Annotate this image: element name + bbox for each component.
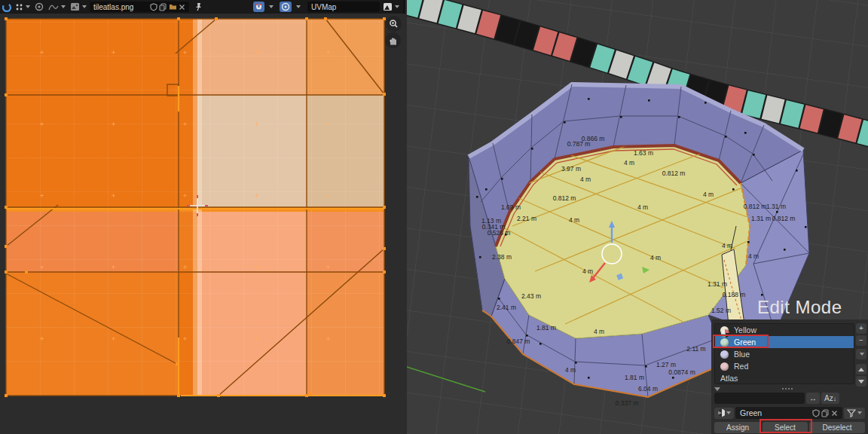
material-slot-label: Blue — [734, 350, 750, 359]
image-name-field[interactable]: tileatlas.png — [90, 2, 189, 12]
uvmap-browse-button[interactable] — [381, 2, 401, 12]
assign-select-row: Assign Select Deselect — [714, 422, 865, 433]
uv-selected-edges — [6, 86, 384, 396]
material-slot-label: Atlas — [720, 374, 738, 383]
snap-options-dropdown[interactable] — [266, 2, 275, 12]
resize-grip[interactable] — [781, 387, 793, 390]
snap-magnet-button[interactable] — [253, 2, 264, 12]
pin-icon[interactable] — [194, 2, 203, 11]
svg-text:2.38 m: 2.38 m — [492, 253, 512, 261]
svg-text:4 m: 4 m — [650, 254, 661, 261]
svg-text:0.812 m: 0.812 m — [772, 215, 796, 222]
move-slot-down-button[interactable] — [856, 376, 866, 387]
svg-text:4 m: 4 m — [582, 267, 593, 275]
shield-icon[interactable] — [150, 3, 157, 11]
folder-icon[interactable] — [169, 3, 177, 11]
zoom-gizmo-button[interactable] — [386, 16, 402, 32]
chevron-down-icon — [395, 5, 399, 8]
filter-toggle-icon[interactable] — [714, 387, 720, 391]
uvmap-field[interactable]: UVMap — [307, 2, 380, 12]
proportional-falloff-dropdown[interactable] — [293, 2, 302, 12]
svg-text:4 m: 4 m — [594, 328, 604, 335]
triangle-down-icon — [858, 380, 864, 384]
pan-hand-gizmo-button[interactable] — [385, 32, 401, 48]
filter-funnel-button[interactable] — [844, 408, 865, 419]
chevron-down-icon — [860, 353, 864, 356]
material-datablock-row: Green — [714, 407, 865, 419]
svg-text:1.81 m: 1.81 m — [536, 324, 556, 332]
shield-icon[interactable] — [812, 409, 820, 417]
proportional-edit-button[interactable] — [280, 2, 292, 12]
invert-filter-button[interactable]: ↔ — [806, 393, 820, 404]
image-name: tileatlas.png — [93, 3, 133, 11]
select-button[interactable]: Select — [763, 422, 808, 433]
blender-window: tileatlas.png — [0, 0, 868, 434]
chevron-down-icon — [726, 411, 731, 414]
assign-button[interactable]: Assign — [714, 422, 761, 433]
uv-canvas[interactable] — [0, 14, 405, 434]
svg-text:1.81 m: 1.81 m — [625, 374, 644, 381]
material-sphere-icon — [721, 329, 729, 338]
material-list-controls: + − — [856, 323, 866, 387]
sort-alpha-button[interactable]: Az↓ — [821, 393, 839, 404]
material-sphere-icon — [720, 350, 729, 359]
3d-viewport[interactable]: 3.97 m4 m0.812 m1.69 m2.21 m1.13 m0.341 … — [407, 0, 868, 434]
material-sphere-icon — [720, 362, 729, 371]
unlink-x-icon[interactable] — [831, 410, 838, 417]
svg-text:1.31 m: 1.31 m — [766, 203, 786, 210]
list-filter-row — [714, 386, 854, 392]
svg-text:1.31 m: 1.31 m — [751, 215, 771, 222]
svg-text:4 m: 4 m — [580, 176, 591, 183]
svg-text:0.847 m: 0.847 m — [507, 338, 530, 345]
duplicate-icon[interactable] — [159, 3, 167, 11]
sticky-select-button[interactable] — [33, 2, 45, 12]
add-slot-button[interactable]: + — [856, 323, 866, 334]
svg-text:1.69 m: 1.69 m — [501, 203, 521, 211]
material-panel: YellowGreenBlueRedAtlas + − ↔ Az↓ — [711, 319, 868, 434]
slot-specials-dropdown[interactable] — [856, 349, 866, 359]
svg-text:0.812 m: 0.812 m — [553, 194, 576, 202]
svg-text:4 m: 4 m — [748, 252, 759, 260]
material-slot-yellow[interactable]: Yellow — [715, 324, 854, 336]
uv-2d-cursor — [187, 195, 208, 216]
svg-text:0.812 m: 0.812 m — [744, 203, 767, 210]
material-slot-label: Green — [734, 338, 756, 347]
material-slot-label: Yellow — [734, 326, 756, 335]
svg-text:0.337 m: 0.337 m — [616, 399, 639, 407]
remove-slot-button[interactable]: − — [856, 335, 866, 346]
duplicate-icon[interactable] — [821, 409, 830, 417]
svg-text:4 m: 4 m — [624, 159, 634, 167]
unlink-x-icon[interactable] — [179, 4, 185, 11]
editor-type-icon[interactable] — [2, 2, 12, 12]
chevron-down-icon — [61, 5, 66, 8]
triangle-up-icon — [858, 368, 864, 371]
svg-text:0.188 m: 0.188 m — [723, 291, 746, 298]
chevron-down-icon — [296, 5, 301, 8]
move-slot-up-button[interactable] — [856, 364, 866, 374]
chevron-down-icon — [857, 411, 862, 414]
svg-text:4 m: 4 m — [565, 366, 576, 374]
material-slot-green[interactable]: Green — [715, 336, 854, 348]
material-name: Green — [740, 408, 762, 417]
uv-editor-panel: tileatlas.png — [0, 0, 405, 434]
chevron-down-icon — [82, 5, 87, 8]
svg-text:2.43 m: 2.43 m — [521, 292, 541, 300]
svg-text:4 m: 4 m — [703, 191, 714, 198]
material-name-field[interactable]: Green — [735, 407, 842, 419]
material-slot-blue[interactable]: Blue — [715, 348, 854, 360]
svg-text:1.31 m: 1.31 m — [708, 280, 727, 288]
image-browse-button[interactable] — [69, 2, 88, 12]
list-search-input[interactable] — [714, 393, 805, 404]
deselect-button[interactable]: Deselect — [809, 422, 865, 433]
svg-text:1.63 m: 1.63 m — [634, 149, 653, 157]
material-browse-button[interactable] — [714, 408, 734, 419]
material-slot-red[interactable]: Red — [715, 360, 854, 372]
chevron-down-icon — [269, 5, 274, 8]
mode-label: Edit Mode — [757, 297, 842, 318]
selection-mode-button[interactable] — [14, 2, 32, 12]
svg-text:4 m: 4 m — [722, 242, 732, 249]
material-slot-atlas[interactable]: Atlas — [715, 372, 854, 384]
material-sphere-icon — [720, 338, 729, 347]
falloff-curve-button[interactable] — [47, 2, 67, 12]
svg-text:2.41 m: 2.41 m — [497, 304, 516, 311]
